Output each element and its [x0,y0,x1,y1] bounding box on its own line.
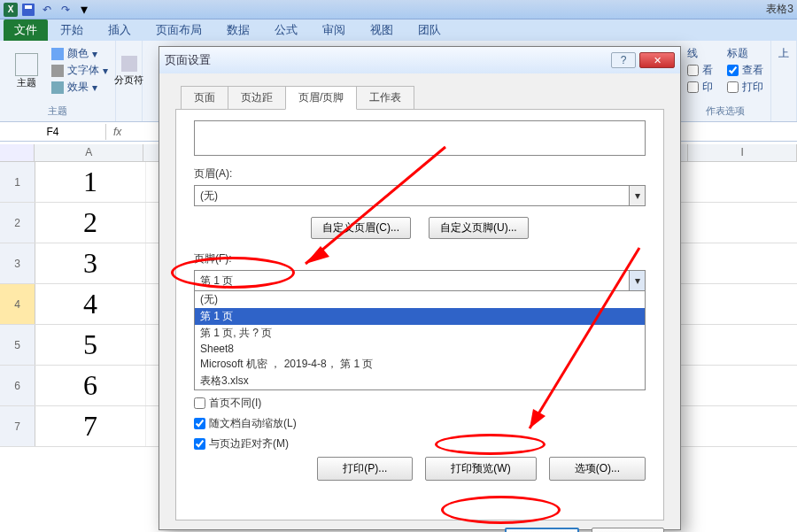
annotation-arrow-2 [0,0,797,532]
svg-marker-3 [530,409,546,428]
tab-header-footer[interactable]: 页眉/页脚 [285,86,357,110]
svg-line-2 [530,248,639,428]
